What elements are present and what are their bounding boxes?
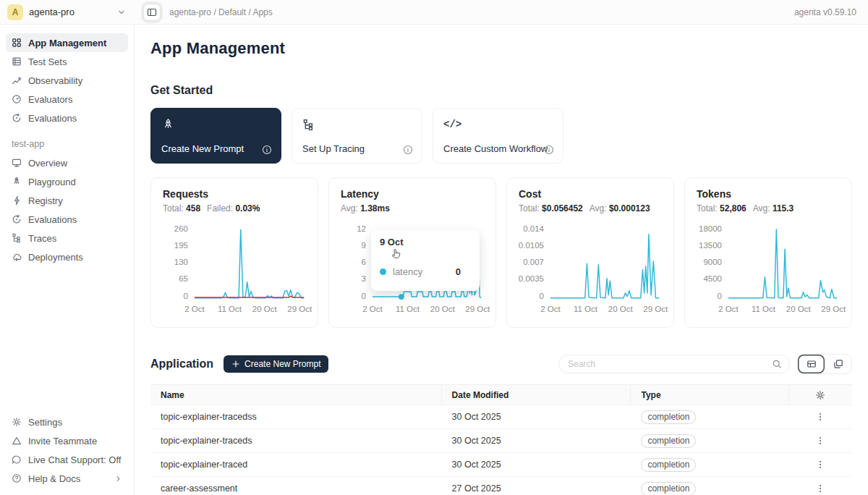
chevron-right-icon	[114, 475, 122, 483]
type-badge: completion	[641, 482, 696, 495]
rocket-icon	[12, 177, 22, 187]
sidebar-item-test-sets[interactable]: Test Sets	[6, 52, 128, 71]
create-new-prompt-card[interactable]: Create New Prompt	[150, 108, 281, 164]
metrics-cards: Requests Total: 458Failed: 0.03% 2601951…	[150, 177, 852, 328]
sidebar-item-settings[interactable]: Settings	[6, 412, 128, 431]
info-icon[interactable]	[262, 145, 272, 155]
sidebar-item-label: Test Sets	[28, 56, 67, 67]
sidebar-item-traces[interactable]: Traces	[6, 229, 128, 248]
sidebar-item-evaluations[interactable]: Evaluations	[6, 109, 128, 127]
column-header-date-modified[interactable]: Date Modified	[442, 385, 631, 405]
x-axis-labels: 2 Oct11 Oct20 Oct29 Oct	[550, 305, 663, 315]
applications-table: Name Date Modified Type topic-explainer-…	[150, 384, 852, 495]
breadcrumb[interactable]: agenta-pro / Default / Apps	[169, 7, 273, 17]
chart-stats: Total: 52,806Avg: 115.3	[697, 203, 840, 213]
page-title: App Management	[150, 39, 852, 58]
workspace-selector[interactable]: A agenta-pro	[0, 4, 135, 20]
type-badge: completion	[641, 410, 696, 424]
test-sets-icon	[12, 56, 22, 67]
app-date-modified: 30 Oct 2025	[442, 412, 631, 422]
sidebar: App Management Test Sets Observability E…	[0, 25, 135, 495]
table-header-row: Name Date Modified Type	[150, 384, 852, 405]
row-actions-menu-icon[interactable]	[815, 483, 825, 494]
sidebar-item-registry[interactable]: Registry	[6, 191, 128, 210]
info-icon[interactable]	[544, 145, 554, 155]
observability-chart-icon	[12, 75, 22, 85]
app-date-modified: 27 Oct 2025	[442, 483, 631, 494]
sidebar-item-live-chat-support[interactable]: Live Chat Support: Off	[6, 450, 128, 469]
sidebar-group-label: test-app	[6, 139, 128, 149]
monitor-icon	[12, 158, 22, 168]
application-heading: Application	[150, 358, 213, 371]
plus-icon	[231, 360, 240, 368]
sidebar-item-label: Settings	[28, 417, 62, 428]
type-badge: completion	[641, 434, 696, 448]
column-settings-gear-icon[interactable]	[815, 390, 825, 400]
chart-plot[interactable]	[195, 225, 306, 300]
search-box	[558, 355, 790, 373]
chart-title: Tokens	[697, 188, 840, 200]
x-axis-labels: 2 Oct11 Oct20 Oct29 Oct	[195, 305, 307, 315]
app-name: career-assessment	[150, 483, 442, 494]
sidebar-item-label: Live Chat Support: Off	[28, 454, 121, 465]
get-started-cards: Create New Prompt Set Up Tracing </> Cre…	[150, 108, 852, 164]
column-header-type[interactable]: Type	[631, 385, 788, 405]
row-actions-menu-icon[interactable]	[815, 436, 825, 446]
sidebar-item-playground[interactable]: Playground	[6, 172, 128, 191]
chart-title: Latency	[341, 188, 484, 200]
sidebar-item-observability[interactable]: Observability	[6, 71, 128, 90]
create-new-prompt-button[interactable]: Create New Prompt	[224, 355, 328, 373]
sidebar-item-app-evaluations[interactable]: Evaluations	[6, 210, 128, 229]
table-row[interactable]: career-assessment 27 Oct 2025 completion	[150, 477, 852, 495]
view-toggle	[797, 354, 852, 374]
requests-chart-card: Requests Total: 458Failed: 0.03% 2601951…	[150, 177, 318, 328]
info-icon[interactable]	[403, 145, 413, 155]
create-custom-workflow-card[interactable]: </> Create Custom Workflow	[433, 108, 563, 164]
app-name: topic-explainer-traceds	[150, 436, 442, 446]
sidebar-item-app-management[interactable]: App Management	[6, 33, 128, 52]
sidebar-item-deployments[interactable]: Deployments	[6, 248, 128, 266]
tokens-chart-card: Tokens Total: 52,806Avg: 115.3 180001350…	[684, 177, 852, 328]
column-header-name[interactable]: Name	[150, 385, 442, 405]
main-content: App Management Get Started Create New Pr…	[135, 25, 868, 495]
search-icon[interactable]	[772, 359, 782, 369]
sidebar-item-overview[interactable]: Overview	[6, 153, 128, 172]
card-view-button[interactable]	[825, 355, 851, 373]
chart-stats: Total: $0.056452Avg: $0.000123	[519, 203, 662, 213]
app-name: topic-explainer-tracedss	[150, 412, 442, 422]
sidebar-item-label: Help & Docs	[28, 473, 80, 484]
panel-left-icon	[147, 7, 157, 17]
type-badge: completion	[641, 458, 696, 472]
y-axis-labels: 260195130650	[163, 225, 195, 300]
application-header: Application Create New Prompt	[150, 354, 852, 374]
chart-plot[interactable]	[728, 225, 840, 300]
table-row[interactable]: topic-explainer-traceds 30 Oct 2025 comp…	[150, 429, 852, 453]
table-row[interactable]: topic-explainer-tracedss 30 Oct 2025 com…	[150, 405, 852, 429]
row-actions-menu-icon[interactable]	[815, 412, 825, 422]
version-label: agenta v0.59.10	[794, 7, 868, 17]
sidebar-item-help-docs[interactable]: Help & Docs	[6, 469, 128, 488]
workspace-avatar: A	[7, 4, 23, 20]
sidebar-toggle-button[interactable]	[143, 4, 161, 21]
row-actions-menu-icon[interactable]	[815, 460, 825, 470]
cost-chart-card: Cost Total: $0.056452Avg: $0.000123 0.01…	[506, 177, 674, 328]
circular-arrow-icon	[12, 214, 22, 224]
chart-plot[interactable]	[550, 225, 662, 300]
set-up-tracing-card[interactable]: Set Up Tracing	[292, 108, 422, 164]
chevron-down-icon	[117, 8, 126, 17]
app-date-modified: 30 Oct 2025	[442, 436, 631, 446]
top-bar: A agenta-pro agenta-pro / Default / Apps…	[0, 0, 868, 25]
tooltip-date: 9 Oct	[380, 237, 471, 248]
sidebar-item-invite-teammate[interactable]: Invite Teammate	[6, 431, 128, 450]
y-axis-labels: 1800013500900045000	[697, 225, 728, 300]
code-icon: </>	[443, 117, 553, 132]
circular-arrow-icon	[12, 113, 22, 123]
sidebar-item-evaluators[interactable]: Evaluators	[6, 90, 128, 109]
gauge-icon	[12, 94, 22, 104]
sidebar-item-label: Registry	[28, 195, 63, 206]
sidebar-item-label: Evaluations	[28, 214, 77, 225]
tooltip-value: 0	[456, 266, 461, 277]
table-view-button[interactable]	[798, 355, 825, 373]
search-input[interactable]	[568, 359, 772, 369]
table-row[interactable]: topic-explainer-traced 30 Oct 2025 compl…	[150, 453, 852, 477]
